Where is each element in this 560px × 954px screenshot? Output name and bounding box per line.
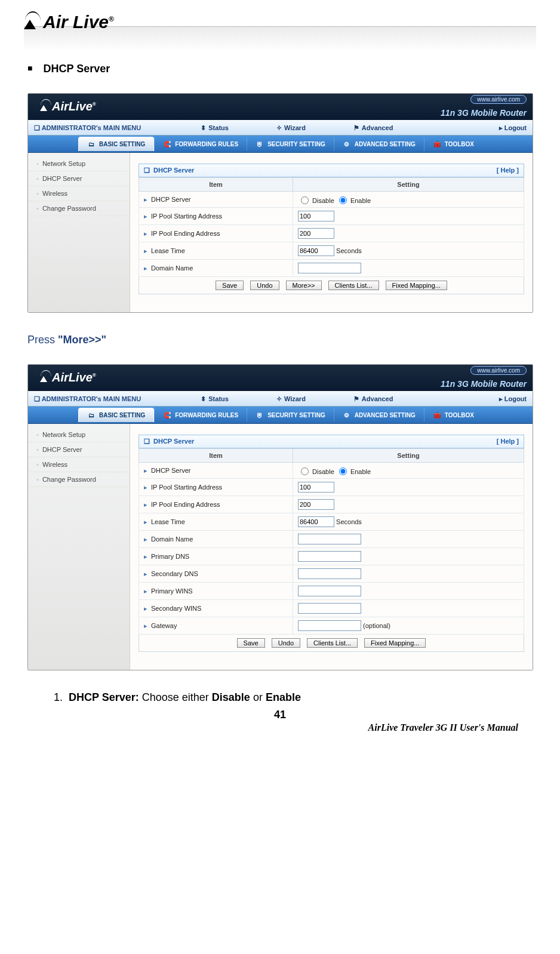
config-table: Item Setting DHCP Server Disable Enable … [139,177,524,277]
menu-advanced[interactable]: ⚑Advanced [353,395,393,403]
domain-name-input[interactable] [298,263,361,273]
fixed-mapping-button[interactable]: Fixed Mapping... [364,638,426,648]
main-menu: ❏ ADMINISTRATOR's MAIN MENU ⬍Status ✧Wiz… [28,391,533,407]
dhcp-disable-radio[interactable] [301,467,309,475]
ip-start-input[interactable] [298,211,334,221]
ip-start-input[interactable] [298,482,334,493]
tab-security-setting[interactable]: ⛨SECURITY SETTING [247,137,334,151]
save-button[interactable]: Save [237,638,265,648]
row-secondary-wins-label: Secondary WINS [139,600,293,617]
screenshot-1: AirLive® www.airlive.com 11n 3G Mobile R… [27,93,533,313]
content-panel: DHCP Server [ Help ] Item Setting DHCP S… [130,153,533,312]
row-primary-dns-label: Primary DNS [139,548,293,565]
row-ip-end-label: IP Pool Ending Address [139,496,293,513]
brand-bar: AirLive® www.airlive.com 11n 3G Mobile R… [28,365,533,391]
fixed-mapping-button[interactable]: Fixed Mapping... [386,281,447,290]
router-label: 11n 3G Mobile Router [441,108,527,118]
row-dhcp-server-label: DHCP Server [139,463,293,479]
th-setting: Setting [293,449,524,463]
sidebar-item-network-setup[interactable]: Network Setup [28,156,130,171]
gateway-input[interactable] [298,620,361,631]
row-lease-time-label: Lease Time [139,513,293,531]
config-table: Item Setting DHCP Server Disable Enable … [139,448,524,635]
sidebar-item-change-password[interactable]: Change Password [28,472,130,487]
undo-button[interactable]: Undo [250,281,279,290]
row-ip-end-label: IP Pool Ending Address [139,225,293,242]
help-link[interactable]: [ Help ] [497,438,519,445]
main-menu-title: ❏ ADMINISTRATOR's MAIN MENU [34,124,141,132]
tab-advanced-setting[interactable]: ⚙ADVANCED SETTING [334,408,424,422]
save-button[interactable]: Save [216,281,244,290]
list-item-1: 1. DHCP Server: Choose either Disable or… [54,691,536,704]
tab-forwarding-rules[interactable]: 🧲FORWARDING RULES [154,137,247,151]
ip-end-input[interactable] [298,499,334,510]
more-button[interactable]: More>> [286,281,322,290]
tab-bar: 🗂BASIC SETTING 🧲FORWARDING RULES ⛨SECURI… [28,136,533,153]
tool-icon: 🧰 [433,141,441,147]
sidebar-item-wireless[interactable]: Wireless [28,186,130,201]
menu-logout[interactable]: ▸ Logout [499,395,527,403]
row-domain-name-label: Domain Name [139,531,293,548]
domain-name-input[interactable] [298,534,361,544]
tab-basic-setting[interactable]: 🗂BASIC SETTING [78,408,154,422]
tab-toolbox[interactable]: 🧰TOOLBOX [424,408,482,422]
row-ip-start-label: IP Pool Starting Address [139,479,293,496]
antenna-icon [40,373,53,382]
primary-wins-input[interactable] [298,586,361,596]
lease-time-input[interactable] [298,245,334,256]
tab-forwarding-rules[interactable]: 🧲FORWARDING RULES [154,408,247,422]
menu-advanced[interactable]: ⚑Advanced [353,124,393,132]
tab-advanced-setting[interactable]: ⚙ADVANCED SETTING [334,137,424,151]
url-bubble: www.airlive.com [470,366,527,375]
help-link[interactable]: [ Help ] [497,167,519,174]
menu-status[interactable]: ⬍Status [201,395,229,403]
th-item: Item [139,178,293,192]
menu-logout[interactable]: ▸ Logout [499,124,527,132]
antenna-icon [24,15,44,29]
screenshot-2: AirLive® www.airlive.com 11n 3G Mobile R… [27,364,533,670]
undo-button[interactable]: Undo [272,638,300,648]
row-dhcp-server-value: Disable Enable [293,192,524,208]
shield-icon: ⛨ [256,141,264,147]
sidebar-item-network-setup[interactable]: Network Setup [28,427,130,442]
sidebar-item-wireless[interactable]: Wireless [28,457,130,472]
clients-list-button[interactable]: Clients List... [328,281,379,290]
gear-icon: ⚙ [343,412,351,418]
main-menu: ❏ ADMINISTRATOR's MAIN MENU ⬍Status ✧Wiz… [28,120,533,136]
tab-security-setting[interactable]: ⛨SECURITY SETTING [247,408,334,422]
row-lease-time-label: Lease Time [139,242,293,260]
dhcp-enable-radio[interactable] [339,467,347,475]
button-bar: Save Undo Clients List... Fixed Mapping.… [139,635,524,652]
dhcp-disable-radio[interactable] [301,196,309,204]
advanced-icon: ⚑ [353,124,359,131]
secondary-wins-input[interactable] [298,603,361,614]
page-logo: Air Live® [24,12,536,32]
tab-bar: 🗂BASIC SETTING 🧲FORWARDING RULES ⛨SECURI… [28,407,533,424]
sidebar-item-dhcp-server[interactable]: DHCP Server [28,442,130,457]
main-menu-title: ❏ ADMINISTRATOR's MAIN MENU [34,395,141,403]
magnet-icon: 🧲 [163,412,171,418]
row-dhcp-server-label: DHCP Server [139,192,293,208]
secondary-dns-input[interactable] [298,568,361,579]
lease-time-input[interactable] [298,516,334,527]
row-secondary-dns-label: Secondary DNS [139,565,293,583]
sidebar-item-change-password[interactable]: Change Password [28,201,130,216]
panel-title: DHCP Server [ Help ] [139,164,524,177]
status-icon: ⬍ [201,124,206,131]
th-setting: Setting [293,178,524,192]
tab-toolbox[interactable]: 🧰TOOLBOX [424,137,482,151]
sidebar-item-dhcp-server[interactable]: DHCP Server [28,171,130,186]
primary-dns-input[interactable] [298,551,361,562]
wizard-icon: ✧ [276,395,282,402]
menu-status[interactable]: ⬍Status [201,124,229,132]
ip-end-input[interactable] [298,228,334,239]
tab-basic-setting[interactable]: 🗂BASIC SETTING [78,137,154,151]
wizard-icon: ✧ [276,124,282,131]
ss-logo: AirLive® [28,365,96,384]
menu-wizard[interactable]: ✧Wizard [276,124,306,132]
dhcp-enable-radio[interactable] [339,196,347,204]
press-more-text: Press "More>>" [27,334,536,346]
clients-list-button[interactable]: Clients List... [307,638,358,648]
menu-wizard[interactable]: ✧Wizard [276,395,306,403]
panel-title: DHCP Server [ Help ] [139,435,524,448]
